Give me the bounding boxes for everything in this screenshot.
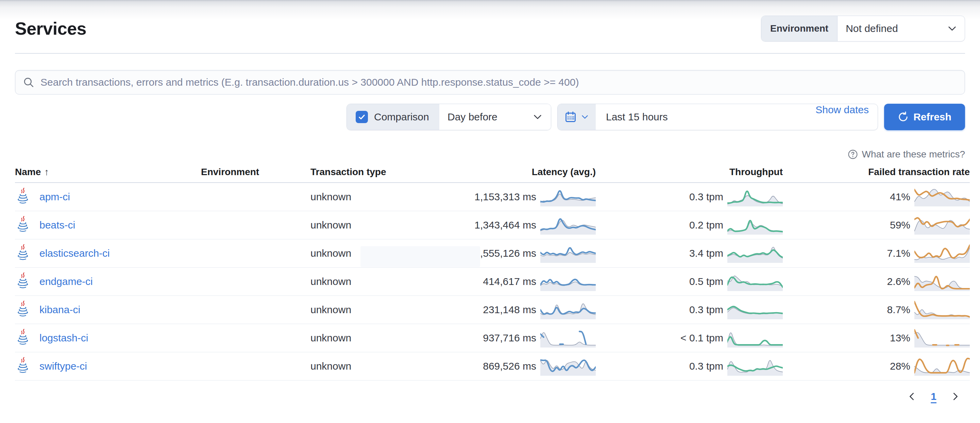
refresh-button[interactable]: Refresh (884, 104, 965, 130)
latency-cell: 937,716 ms (421, 328, 596, 348)
failed-rate-cell: 2.6% (783, 272, 970, 291)
chevron-down-icon (581, 113, 589, 121)
service-name-cell: swiftype-ci (15, 357, 201, 375)
environment-filter-value: Not defined (837, 16, 947, 41)
help-icon (848, 149, 858, 159)
failed-rate-cell-value: 13% (890, 332, 910, 344)
latency-cell: 1,343,464 ms (421, 216, 596, 235)
page-number-1[interactable]: 1 (931, 391, 937, 402)
java-icon (15, 357, 30, 375)
quick-select-menu[interactable] (558, 104, 596, 130)
throughput-cell-value: 3.4 tpm (689, 248, 723, 259)
apm-services-page: Services Environment Not defined Co (0, 0, 980, 402)
header-divider (15, 53, 965, 54)
sparkline-chart (914, 300, 970, 319)
calendar-icon (565, 111, 577, 123)
column-header-latency[interactable]: Latency (avg.) (421, 167, 596, 178)
latency-cell-value: 869,526 ms (483, 361, 536, 372)
sparkline-chart (914, 357, 970, 376)
search-input[interactable] (40, 76, 957, 88)
sparkline-chart (540, 188, 596, 207)
sparkline-chart (914, 244, 970, 263)
transaction-type-cell: unknown (310, 219, 421, 231)
comparison-select[interactable]: Day before (439, 104, 551, 130)
search-icon (23, 76, 34, 88)
chevron-down-icon (947, 24, 957, 33)
sparkline-chart (540, 300, 596, 319)
table-row: endgame-ciunknown414,617 ms0.5 tpm2.6% (15, 267, 970, 296)
service-link[interactable]: logstash-ci (40, 332, 88, 344)
service-name-cell: apm-ci (15, 188, 201, 206)
sparkline-chart (727, 357, 783, 376)
latency-cell-value: 937,716 ms (483, 332, 536, 344)
failed-rate-cell-value: 41% (890, 191, 910, 203)
comparison-checkbox[interactable] (356, 111, 368, 123)
service-name-cell: endgame-ci (15, 272, 201, 291)
java-icon (15, 329, 30, 347)
environment-filter-label: Environment (761, 16, 837, 41)
throughput-cell-value: < 0.1 tpm (681, 332, 723, 344)
sparkline-chart (540, 328, 596, 348)
service-name-cell: kibana-ci (15, 301, 201, 319)
throughput-cell: 0.5 tpm (596, 272, 783, 291)
throughput-cell-value: 0.3 tpm (689, 191, 723, 203)
sparkline-chart (540, 244, 596, 263)
service-link[interactable]: swiftype-ci (40, 361, 87, 372)
transaction-type-cell: unknown (310, 191, 421, 203)
throughput-cell: 0.3 tpm (596, 357, 783, 376)
sparkline-chart (914, 328, 970, 348)
chevron-left-icon (907, 391, 917, 402)
sparkline-chart (727, 300, 783, 319)
time-range-value: Last 15 hours (606, 111, 668, 123)
previous-page-button[interactable] (907, 391, 917, 402)
latency-cell: 231,148 ms (421, 300, 596, 319)
service-link[interactable]: apm-ci (40, 191, 70, 203)
failed-rate-cell-value: 28% (890, 361, 910, 372)
refresh-icon (898, 111, 908, 122)
java-icon (15, 301, 30, 319)
table-row: elasticsearch-ciunknown1,555,126 ms3.4 t… (15, 239, 970, 267)
check-icon (358, 113, 366, 121)
throughput-cell-value: 0.5 tpm (689, 276, 723, 287)
services-table: Name ↑ Environment Transaction type Late… (15, 167, 970, 380)
failed-rate-cell: 28% (783, 357, 970, 376)
page-title: Services (15, 18, 86, 39)
column-header-transaction-type[interactable]: Transaction type (310, 167, 421, 178)
sparkline-chart (540, 216, 596, 235)
transaction-type-cell: unknown (310, 276, 421, 287)
column-header-throughput[interactable]: Throughput (596, 167, 783, 178)
table-row: swiftype-ciunknown869,526 ms0.3 tpm28% (15, 352, 970, 380)
throughput-cell: 3.4 tpm (596, 244, 783, 263)
java-icon (15, 188, 30, 206)
sparkline-chart (914, 216, 970, 235)
service-link[interactable]: kibana-ci (40, 304, 80, 316)
latency-cell-value: 1,153,313 ms (474, 191, 536, 203)
metrics-help-link[interactable]: What are these metrics? (15, 149, 965, 160)
column-header-name[interactable]: Name ↑ (15, 167, 201, 178)
column-header-failed-rate[interactable]: Failed transaction rate (783, 167, 970, 178)
service-name-cell: elasticsearch-ci (15, 244, 201, 262)
table-body: apm-ciunknown1,153,313 ms0.3 tpm41%beats… (15, 183, 970, 380)
sparkline-chart (540, 357, 596, 376)
throughput-cell: < 0.1 tpm (596, 328, 783, 348)
service-link[interactable]: beats-ci (40, 219, 75, 231)
failed-rate-cell-value: 2.6% (887, 276, 910, 287)
service-link[interactable]: endgame-ci (40, 276, 93, 287)
service-link[interactable]: elasticsearch-ci (40, 248, 110, 259)
search-bar (15, 70, 965, 95)
sparkline-chart (727, 272, 783, 291)
show-dates-link[interactable]: Show dates (815, 104, 878, 130)
column-header-environment[interactable]: Environment (201, 167, 310, 178)
comparison-label: Comparison (374, 111, 429, 123)
table-row: apm-ciunknown1,153,313 ms0.3 tpm41% (15, 183, 970, 211)
table-row: logstash-ciunknown937,716 ms< 0.1 tpm13% (15, 324, 970, 352)
sparkline-chart (540, 272, 596, 291)
next-page-button[interactable] (950, 391, 960, 402)
environment-filter[interactable]: Environment Not defined (761, 16, 965, 41)
latency-cell: 869,526 ms (421, 357, 596, 376)
chevron-down-icon (533, 112, 543, 122)
failed-rate-cell-value: 7.1% (887, 248, 910, 259)
service-name-cell: logstash-ci (15, 329, 201, 347)
time-range[interactable]: Last 15 hours (596, 104, 815, 130)
throughput-cell: 0.3 tpm (596, 300, 783, 319)
